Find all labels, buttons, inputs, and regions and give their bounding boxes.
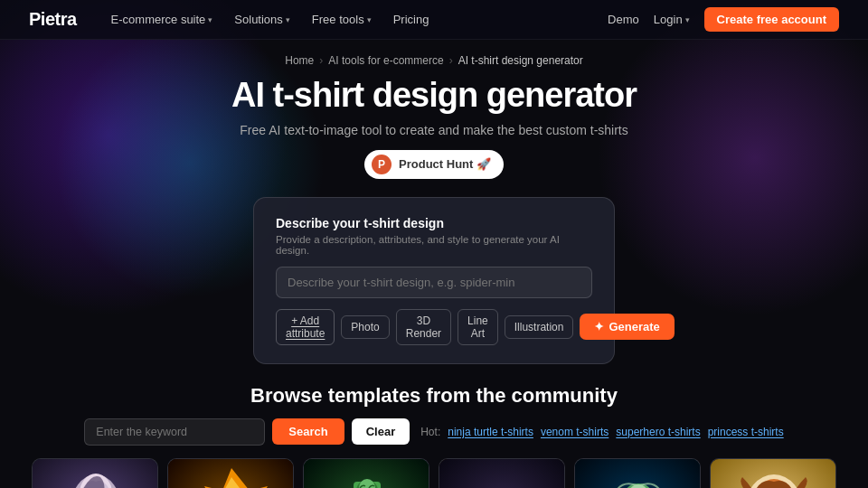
template-cards: pencil drawing of a beautiful young prin… xyxy=(32,458,836,488)
chevron-down-icon: ▾ xyxy=(367,15,372,24)
hot-tag-3[interactable]: princess t-shirts xyxy=(708,426,784,438)
style-3d-button[interactable]: 3D Render xyxy=(396,309,451,345)
hot-tag-2[interactable]: superhero t-shirts xyxy=(616,426,700,438)
product-hunt-logo: P xyxy=(372,155,392,174)
design-form: Describe your t-shirt design Provide a d… xyxy=(253,197,615,364)
card-svg-4 xyxy=(575,459,701,488)
add-attribute-button[interactable]: + Add attribute xyxy=(276,309,335,345)
style-photo-button[interactable]: Photo xyxy=(341,315,389,339)
hero-subtitle: Free AI text-to-image tool to create and… xyxy=(240,123,628,137)
clear-button[interactable]: Clear xyxy=(352,418,410,445)
card-svg-0 xyxy=(33,459,158,488)
card-image-0 xyxy=(33,459,158,488)
svg-rect-15 xyxy=(439,459,565,488)
card-4: ninja turtle, Silhouettes of the turtles… xyxy=(574,458,701,488)
browse-title: Browse templates from the community xyxy=(250,384,618,408)
nav-right: Demo Login ▾ Create free account xyxy=(608,7,839,32)
hot-tags: ninja turtle t-shirts venom t-shirts sup… xyxy=(448,426,783,438)
nav-ecommerce[interactable]: E-commerce suite ▾ xyxy=(102,9,222,30)
breadcrumb-home[interactable]: Home xyxy=(285,54,314,67)
breadcrumb-ai-tools[interactable]: AI tools for e-commerce xyxy=(328,54,443,67)
card-3: ninja turtle, Ninja Turtles peeking out … xyxy=(439,458,565,488)
design-input[interactable] xyxy=(276,267,592,298)
breadcrumb-sep1: › xyxy=(319,54,323,67)
card-svg-5 xyxy=(711,459,836,488)
breadcrumb-sep2: › xyxy=(449,54,453,67)
product-hunt-badge[interactable]: P Product Hunt 🚀 xyxy=(364,150,504,179)
card-image-4 xyxy=(575,459,701,488)
nav-items: E-commerce suite ▾ Solutions ▾ Free tool… xyxy=(102,9,609,30)
chevron-down-icon: ▾ xyxy=(208,15,212,24)
breadcrumb-current: AI t-shirt design generator xyxy=(458,54,583,67)
form-title: Describe your t-shirt design xyxy=(276,216,592,230)
hero-title: AI t-shirt design generator xyxy=(231,76,637,116)
hot-label: Hot: xyxy=(420,426,440,438)
nav-cta-button[interactable]: Create free account xyxy=(704,7,839,32)
form-controls: + Add attribute Photo 3D Render Line Art… xyxy=(276,309,592,345)
card-image-2 xyxy=(304,459,429,488)
card-svg-2 xyxy=(304,459,429,488)
nav-free-tools[interactable]: Free tools ▾ xyxy=(303,9,381,30)
nav-solutions[interactable]: Solutions ▾ xyxy=(225,9,298,30)
card-image-1 xyxy=(168,459,294,488)
card-image-3 xyxy=(439,459,565,488)
generate-button[interactable]: ✦ Generate xyxy=(580,314,674,340)
card-image-5 xyxy=(711,459,836,488)
card-0: pencil drawing of a beautiful young prin… xyxy=(32,458,158,488)
card-2: Leonardo from Teenage Mutant Ninja Turtl… xyxy=(303,458,429,488)
search-button[interactable]: Search xyxy=(272,418,344,445)
hot-tag-0[interactable]: ninja turtle t-shirts xyxy=(448,426,533,438)
card-5: A eagle wearing a Mexican flag bandana S… xyxy=(710,458,836,488)
style-illustration-button[interactable]: Illustration xyxy=(505,315,574,339)
style-lineart-button[interactable]: Line Art xyxy=(458,309,498,345)
card-svg-3 xyxy=(439,459,565,488)
main-content: Home › AI tools for e-commerce › AI t-sh… xyxy=(0,40,868,488)
search-row: Search Clear Hot: ninja turtle t-shirts … xyxy=(84,418,783,446)
chevron-down-icon: ▾ xyxy=(286,15,290,24)
nav-demo-link[interactable]: Demo xyxy=(608,13,639,26)
chevron-down-icon: ▾ xyxy=(685,15,690,24)
generate-icon: ✦ xyxy=(594,320,604,333)
nav-login[interactable]: Login ▾ xyxy=(654,13,690,26)
product-hunt-name: Product Hunt 🚀 xyxy=(399,157,491,171)
nav-pricing[interactable]: Pricing xyxy=(384,9,439,30)
breadcrumb: Home › AI tools for e-commerce › AI t-sh… xyxy=(285,54,582,67)
navbar: Pietra E-commerce suite ▾ Solutions ▾ Fr… xyxy=(0,0,868,40)
hot-tag-1[interactable]: venom t-shirts xyxy=(541,426,609,438)
form-subtitle: Provide a description, attributes, and s… xyxy=(276,234,592,256)
brand-logo[interactable]: Pietra xyxy=(29,9,77,30)
search-input[interactable] xyxy=(84,418,265,446)
card-1: digital art, superhero art, disney-pixar… xyxy=(167,458,294,488)
card-svg-1 xyxy=(168,459,294,488)
